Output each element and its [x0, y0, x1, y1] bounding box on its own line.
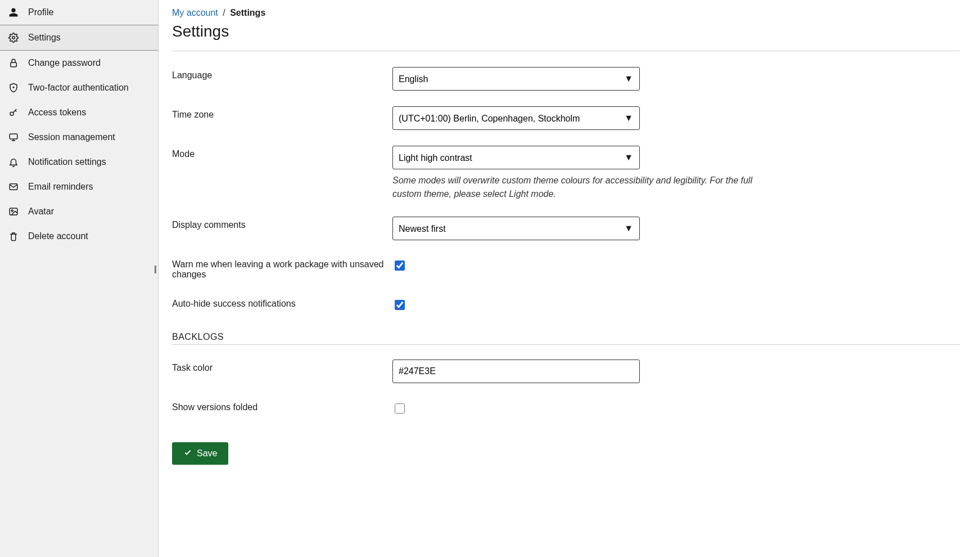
sidebar-item-profile[interactable]: Profile: [0, 0, 158, 25]
display-comments-select[interactable]: Newest first: [392, 217, 640, 240]
sidebar-item-label: Access tokens: [28, 107, 86, 118]
sidebar: Profile Settings Change password Two-fac…: [0, 0, 159, 557]
sidebar-item-label: Avatar: [28, 206, 54, 217]
breadcrumb-parent-link[interactable]: My account: [172, 8, 218, 17]
show-versions-folded-label: Show versions folded: [172, 399, 392, 412]
svg-point-0: [12, 37, 15, 39]
sidebar-item-label: Email reminders: [28, 182, 93, 192]
sidebar-item-label: Change password: [28, 58, 101, 68]
warn-unsaved-checkbox[interactable]: [395, 260, 405, 271]
language-select[interactable]: English: [392, 67, 640, 91]
page-title: Settings: [172, 23, 960, 41]
warn-unsaved-label: Warn me when leaving a work package with…: [172, 256, 392, 280]
sidebar-item-delete-account[interactable]: Delete account: [0, 224, 158, 249]
bell-icon: [8, 156, 19, 168]
svg-rect-4: [10, 134, 17, 139]
sidebar-resize-handle[interactable]: ||: [154, 264, 156, 273]
image-icon: [8, 206, 19, 217]
key-icon: [8, 107, 19, 118]
svg-point-2: [13, 87, 14, 88]
task-color-input[interactable]: [392, 360, 640, 383]
display-comments-label: Display comments: [172, 217, 392, 230]
sidebar-item-session-management[interactable]: Session management: [0, 125, 158, 150]
timezone-select[interactable]: (UTC+01:00) Berlin, Copenhagen, Stockhol…: [392, 106, 640, 130]
envelope-icon: [8, 181, 19, 192]
check-icon: [183, 448, 192, 459]
sidebar-item-email-reminders[interactable]: Email reminders: [0, 174, 158, 199]
sidebar-item-label: Profile: [28, 7, 53, 17]
svg-point-7: [11, 210, 13, 212]
timezone-label: Time zone: [172, 106, 392, 120]
auto-hide-checkbox[interactable]: [395, 300, 405, 310]
sidebar-item-avatar[interactable]: Avatar: [0, 199, 158, 224]
sidebar-item-two-factor[interactable]: Two-factor authentication: [0, 75, 158, 100]
save-button[interactable]: Save: [172, 442, 228, 465]
trash-icon: [8, 231, 19, 242]
sidebar-item-change-password[interactable]: Change password: [0, 51, 158, 75]
lock-icon: [8, 57, 19, 69]
sidebar-item-settings[interactable]: Settings: [0, 25, 158, 51]
sidebar-item-access-tokens[interactable]: Access tokens: [0, 100, 158, 125]
user-icon: [8, 7, 19, 18]
mode-select[interactable]: Light high contrast: [392, 146, 640, 169]
language-label: Language: [172, 67, 392, 80]
sidebar-item-label: Delete account: [28, 231, 88, 241]
shield-icon: [8, 82, 19, 93]
svg-rect-1: [11, 62, 17, 67]
sidebar-item-notification-settings[interactable]: Notification settings: [0, 150, 158, 174]
sidebar-item-label: Settings: [28, 33, 61, 43]
backlogs-heading: BACKLOGS: [172, 332, 960, 342]
mode-label: Mode: [172, 146, 392, 159]
auto-hide-label: Auto-hide success notifications: [172, 295, 392, 309]
sidebar-item-label: Session management: [28, 132, 115, 142]
mode-help-text: Some modes will overwrite custom theme c…: [392, 174, 752, 201]
backlogs-divider: [172, 344, 960, 345]
save-button-label: Save: [197, 448, 217, 459]
sidebar-item-label: Notification settings: [28, 157, 106, 167]
main-content: My account / Settings Settings Language …: [159, 0, 980, 557]
breadcrumb-current: Settings: [230, 8, 265, 17]
task-color-label: Task color: [172, 360, 392, 373]
title-divider: [172, 51, 960, 51]
sidebar-item-label: Two-factor authentication: [28, 83, 129, 93]
gear-icon: [8, 32, 19, 43]
monitor-icon: [8, 132, 19, 143]
svg-point-3: [10, 112, 13, 115]
breadcrumb: My account / Settings: [172, 8, 960, 18]
breadcrumb-separator: /: [223, 8, 225, 17]
show-versions-folded-checkbox[interactable]: [395, 403, 405, 414]
